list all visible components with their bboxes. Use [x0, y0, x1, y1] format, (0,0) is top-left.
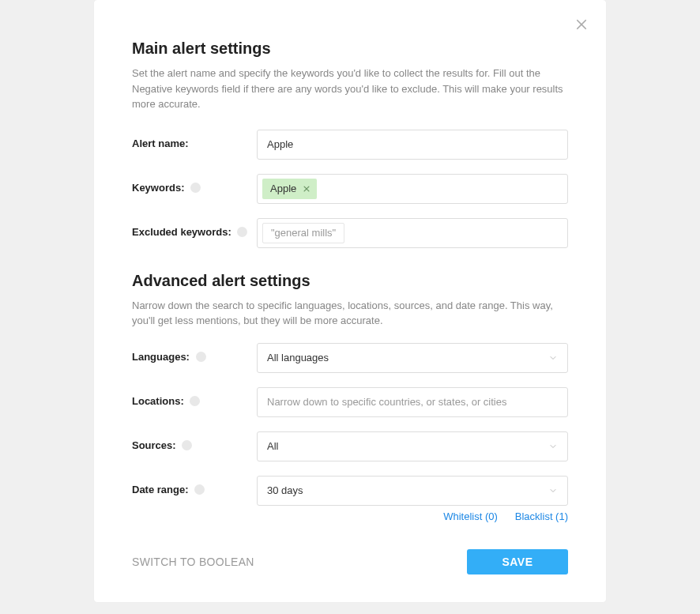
help-icon[interactable] [237, 227, 247, 237]
excluded-keywords-input[interactable]: "general mills" [257, 218, 568, 248]
help-icon[interactable] [182, 440, 192, 450]
whitelist-link[interactable]: Whitelist (0) [443, 510, 498, 522]
languages-value: All languages [267, 352, 329, 364]
languages-label: Languages: [132, 351, 190, 363]
save-button[interactable]: SAVE [467, 549, 568, 574]
alert-name-label: Alert name: [132, 137, 189, 149]
alert-settings-modal: Main alert settings Set the alert name a… [94, 0, 606, 602]
keyword-tag-text: Apple [270, 183, 296, 194]
close-icon[interactable] [574, 17, 589, 32]
keywords-label: Keywords: [132, 182, 184, 194]
keyword-tag: Apple [262, 179, 317, 199]
sources-value: All [267, 440, 278, 452]
sources-select[interactable]: All [257, 431, 568, 461]
chevron-down-icon [548, 442, 558, 451]
sources-label: Sources: [132, 439, 176, 451]
help-icon[interactable] [196, 352, 206, 362]
languages-select[interactable]: All languages [257, 343, 568, 373]
blacklist-link[interactable]: Blacklist (1) [515, 510, 568, 522]
advanced-settings-title: Advanced alert settings [132, 272, 568, 290]
chevron-down-icon [548, 353, 558, 363]
excluded-keywords-label: Excluded keywords: [132, 226, 231, 238]
help-icon[interactable] [190, 396, 200, 406]
excluded-placeholder-tag: "general mills" [262, 223, 344, 243]
date-range-label: Date range: [132, 484, 189, 495]
main-settings-desc: Set the alert name and specify the keywo… [132, 66, 568, 112]
remove-tag-icon[interactable] [301, 183, 312, 194]
alert-name-input[interactable] [257, 130, 568, 160]
chevron-down-icon [548, 486, 558, 495]
date-range-value: 30 days [267, 484, 303, 496]
main-settings-title: Main alert settings [132, 0, 568, 58]
locations-input[interactable] [257, 387, 568, 417]
locations-label: Locations: [132, 395, 184, 407]
help-icon[interactable] [190, 183, 201, 193]
help-icon[interactable] [194, 484, 205, 495]
switch-to-boolean-button[interactable]: SWITCH TO BOOLEAN [132, 556, 254, 568]
advanced-settings-desc: Narrow down the search to specific langu… [132, 298, 568, 329]
keywords-input[interactable]: Apple [257, 174, 568, 204]
date-range-select[interactable]: 30 days [257, 476, 568, 506]
